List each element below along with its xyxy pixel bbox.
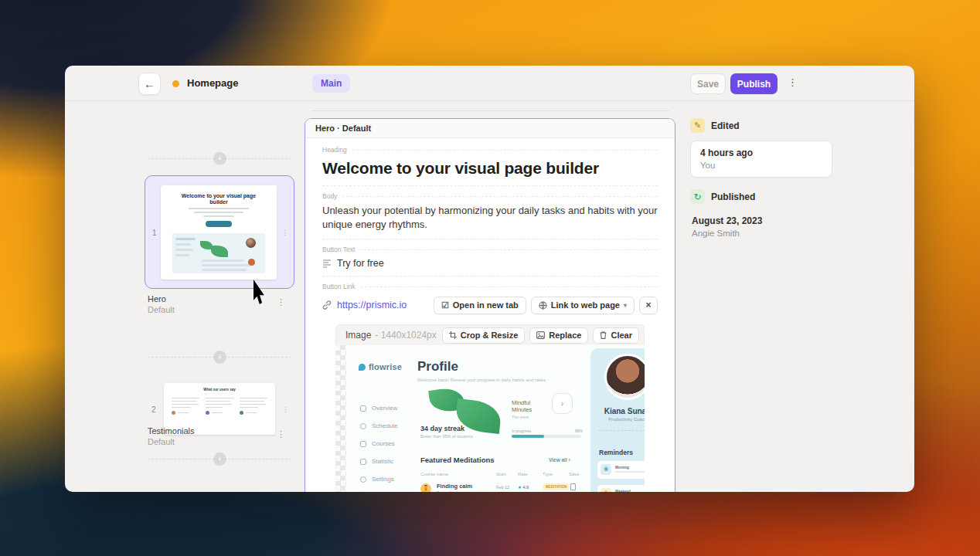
field-label-body: Body [322, 192, 658, 200]
edited-pencil-icon: ✎ [690, 118, 705, 133]
text-icon [322, 259, 332, 268]
col-start: Start [496, 472, 506, 476]
mindful-minutes-sub: This week [512, 415, 529, 419]
open-in-new-tab-label: Open in new tab [453, 300, 519, 310]
publish-button[interactable]: Publish [730, 73, 778, 94]
reminder-card[interactable]: ✺ Weekend ⋮ [597, 485, 645, 492]
statistic-icon [360, 459, 366, 465]
globe-icon [539, 301, 547, 310]
toolbar-kebab-icon[interactable]: ⋮ [788, 77, 798, 87]
tab-main[interactable]: Main [312, 74, 350, 93]
editor-header: Hero · Default [305, 119, 675, 138]
flowrise-logo-text: flowrise [369, 362, 402, 371]
back-button[interactable]: ← [138, 73, 161, 95]
trash-icon [600, 331, 607, 339]
clear-label: Clear [611, 331, 632, 340]
bookmark-icon[interactable] [570, 483, 576, 490]
crop-resize-button[interactable]: Crop & Resize [442, 327, 526, 344]
reminder-card[interactable]: ❀ Morning ⋮ [597, 461, 645, 479]
add-slice-button[interactable]: + [213, 453, 226, 466]
thumb-hero-title: Welcome to your visual page builder [161, 185, 277, 205]
open-in-new-tab-toggle[interactable]: ☑ Open in new tab [434, 297, 526, 314]
image-preview[interactable]: flowrise Overview Schedule Courses Stati… [335, 345, 645, 492]
editor-top-divider [311, 110, 669, 111]
field-divider [322, 239, 658, 239]
link-type-dropdown[interactable]: Link to web page ▾ [531, 297, 635, 314]
button-link-row: https://prismic.io ☑ Open in new tab Lin… [322, 296, 658, 314]
link-type-label: Link to web page [551, 300, 620, 310]
save-button[interactable]: Save [690, 73, 726, 94]
toolbar: ← Homepage Main Save Publish ⋮ [65, 66, 914, 101]
flowrise-logo-icon [359, 364, 366, 371]
published-globe-icon: ↻ [690, 189, 705, 204]
published-author: Angie Smith [692, 229, 845, 238]
col-type: Type [543, 472, 553, 476]
flowrise-app-screenshot: flowrise Overview Schedule Courses Stati… [346, 345, 645, 492]
slice-kebab-icon[interactable]: ⋮ [277, 297, 285, 307]
close-icon: × [645, 300, 651, 310]
reminder-icon: ❀ [601, 464, 611, 475]
reminder-title: Morning [615, 466, 629, 470]
progress-percent: 88% [575, 429, 583, 433]
chevron-down-icon: ▾ [624, 302, 627, 309]
clear-button[interactable]: Clear [593, 327, 639, 344]
courses-icon [360, 441, 366, 447]
slice-name: Hero [148, 294, 291, 303]
add-slice-button[interactable]: + [213, 152, 226, 165]
course-type-badge: MEDITATION [543, 483, 570, 490]
flowrise-nav: Overview Schedule Courses Statistic Sett… [360, 399, 397, 488]
view-all-link[interactable]: View all › [549, 457, 570, 463]
reminder-icon: ✺ [601, 488, 611, 492]
unsaved-status-dot-icon [172, 80, 179, 87]
settings-icon [360, 476, 366, 483]
coach-avatar [607, 356, 645, 398]
reminders-title: Reminders [599, 449, 633, 456]
remove-link-button[interactable]: × [639, 297, 658, 314]
slice-meta-hero: Hero Default ⋮ [148, 294, 291, 314]
page-title: Homepage [187, 77, 238, 89]
hero-thumbnail: Welcome to your visual page builder [161, 185, 277, 280]
slice-kebab-icon[interactable]: ⋮ [277, 429, 285, 439]
field-label-button-text: Button Text [322, 246, 658, 253]
col-save: Save [569, 472, 580, 476]
edited-author: You [700, 161, 822, 170]
replace-button[interactable]: Replace [529, 327, 588, 344]
field-divider [322, 276, 658, 276]
button-link-input[interactable]: https://prismic.io [322, 300, 407, 310]
mindful-minutes-label: Mindful Minutes [512, 399, 546, 413]
published-label: Published [711, 192, 755, 202]
add-slice-button[interactable]: + [213, 351, 226, 364]
edited-card: 4 hours ago You [690, 141, 832, 178]
star-icon: ★ [518, 485, 522, 490]
button-link-value: https://prismic.io [337, 300, 407, 310]
button-text-input[interactable]: Try for free [322, 258, 658, 269]
streak-text: 34 day streak [420, 425, 464, 432]
next-arrow-button[interactable]: › [552, 393, 573, 414]
crop-resize-label: Crop & Resize [461, 331, 519, 340]
nav-settings: Settings [372, 476, 394, 483]
heading-input[interactable]: Welcome to your visual page builder [322, 159, 658, 178]
slices-sidebar: + 1 ⋮ Welcome to your visual page builde… [65, 102, 305, 492]
profile-subtitle: Welcome back! Review your progress in da… [417, 378, 546, 382]
drag-handle-icon[interactable]: ⋮ [282, 405, 289, 413]
col-rate: Rate [518, 472, 528, 476]
nav-courses: Courses [372, 440, 395, 447]
field-divider [322, 185, 658, 186]
featured-meditations-title: Featured Meditations [420, 456, 495, 464]
published-date: August 23, 2023 [692, 215, 845, 226]
course-emoji: 🧘 [420, 483, 431, 492]
course-row[interactable]: 🧘 Finding calm Renee Studi Feb 12 ★ 4.9 … [420, 483, 583, 492]
course-start: Feb 12 [496, 485, 509, 490]
document-meta-panel: ✎ Edited 4 hours ago You ↻ Published Aug… [690, 118, 845, 238]
field-label-button-link: Button Link [322, 283, 658, 290]
slice-index: 2 [151, 405, 156, 413]
slice-card-hero[interactable]: 1 ⋮ Welcome to your visual page builder [145, 175, 294, 289]
slice-meta-testimonials: Testimonials Default ⋮ [148, 426, 291, 446]
slice-name: Testimonials [148, 426, 291, 436]
profile-title: Profile [417, 359, 458, 375]
body-input[interactable]: Unleash your potential by harmonizing yo… [322, 204, 658, 232]
drag-handle-icon[interactable]: ⋮ [281, 229, 288, 236]
progress-label: In progress [512, 429, 531, 433]
coach-panel: Kiana Sunan Productivity Coach Reminders… [590, 348, 645, 492]
divider [598, 430, 645, 431]
